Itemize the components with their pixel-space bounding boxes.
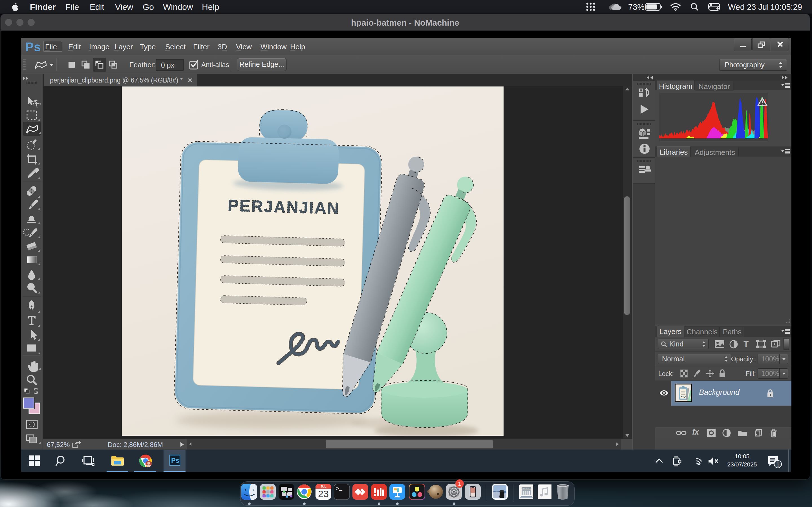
svg-text:PERJANJIAN: PERJANJIAN bbox=[227, 196, 340, 217]
svg-text:23: 23 bbox=[318, 489, 329, 499]
svg-text:1: 1 bbox=[776, 461, 779, 467]
svg-text:JUL: JUL bbox=[320, 485, 326, 488]
svg-text:PENGADILAN: PENGADILAN bbox=[521, 488, 532, 490]
svg-text:>_: >_ bbox=[336, 486, 342, 492]
